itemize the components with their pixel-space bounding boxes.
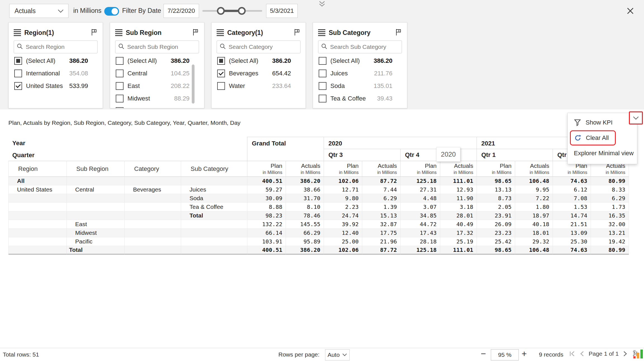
value-cell: 2.05: [477, 203, 515, 211]
checkbox-unchecked[interactable]: [116, 70, 124, 77]
checkbox-unchecked[interactable]: [14, 70, 22, 77]
checkbox-unchecked[interactable]: [319, 95, 326, 102]
menu-chevron-button[interactable]: [629, 111, 643, 125]
value-cell: 111.01: [440, 177, 477, 185]
filter-item-label: (Select All): [127, 57, 171, 64]
row-label-cell: [124, 229, 181, 237]
value-cell: 18.01: [515, 229, 553, 237]
filter-item[interactable]: Soda135.01: [313, 80, 407, 92]
value-cell: 14.74: [553, 211, 591, 220]
value-cell: 106.48: [515, 177, 553, 185]
checkbox-unchecked[interactable]: [116, 95, 124, 102]
row-label-cell: [8, 246, 67, 255]
value-cell: 132.22: [247, 220, 286, 229]
collapse-double-chevron-icon[interactable]: [318, 1, 326, 9]
checkbox-checked[interactable]: [14, 82, 22, 90]
filter-item[interactable]: International354.08: [9, 67, 103, 80]
checkbox-unchecked[interactable]: [116, 82, 124, 90]
value-cell: 25.19: [440, 237, 477, 246]
filter-card-header: Region(1): [9, 27, 103, 38]
rows-per-page-dropdown[interactable]: Auto: [325, 349, 350, 360]
flag-icon[interactable]: [91, 28, 98, 37]
filter-item[interactable]: (Select All)386.20: [110, 54, 204, 67]
menu-item-clear-all[interactable]: Clear All: [571, 131, 609, 145]
date-range-slider[interactable]: [202, 4, 262, 18]
row-label-cell: Tea & Coffee: [181, 203, 247, 211]
search-input[interactable]: [127, 43, 203, 51]
checkbox-unchecked[interactable]: [319, 70, 326, 77]
year-group-header: Grand Total: [247, 137, 324, 161]
previous-page-icon[interactable]: [579, 350, 585, 357]
filter-item[interactable]: (Select All)386.20: [212, 54, 306, 67]
date-end-input[interactable]: 5/3/2021: [266, 4, 298, 18]
chevron-down-icon: [58, 7, 64, 15]
zoom-out-button[interactable]: −: [481, 349, 486, 359]
value-cell: 106.48: [515, 246, 553, 255]
value-cell: 66.14: [247, 229, 286, 237]
checkbox-indeterminate[interactable]: [14, 57, 22, 65]
filter-item[interactable]: (Select All)386.20: [313, 54, 407, 67]
close-icon[interactable]: [626, 7, 634, 15]
drag-handle-icon[interactable]: [14, 29, 21, 36]
filter-by-date-toggle[interactable]: [104, 7, 119, 16]
filter-item[interactable]: East208.22: [110, 80, 204, 92]
mini-chart-icon[interactable]: [633, 349, 643, 360]
first-page-icon[interactable]: [569, 350, 576, 357]
filter-item-label: Soda: [330, 82, 374, 90]
flag-icon[interactable]: [294, 28, 300, 37]
filter-item[interactable]: Beverages654.42: [212, 67, 306, 80]
year-axis-label: Year: [8, 137, 247, 149]
measure-select-dropdown[interactable]: Actuals: [9, 4, 68, 18]
value-cell: 44.72: [400, 220, 440, 229]
filter-items-list: (Select All)386.20Beverages654.42Water23…: [212, 54, 306, 92]
filter-item-label: United States: [26, 82, 69, 90]
filter-item-value: 386.20: [171, 57, 190, 64]
value-cell: 386.20: [286, 177, 324, 185]
filter-item[interactable]: Tea & Coffee39.43: [313, 92, 407, 105]
search-input[interactable]: [25, 43, 102, 51]
filter-item[interactable]: Water233.64: [212, 80, 306, 92]
checkbox-unchecked[interactable]: [217, 82, 225, 90]
drag-handle-icon[interactable]: [115, 29, 122, 36]
zoom-level-input[interactable]: 95 %: [491, 349, 519, 360]
date-start-input[interactable]: 7/22/2020: [164, 4, 199, 18]
drag-handle-icon[interactable]: [217, 29, 224, 36]
value-cell: 66.29: [286, 229, 324, 237]
checkbox-checked[interactable]: [217, 70, 225, 77]
filter-item[interactable]: Juices211.76: [313, 67, 407, 80]
filter-item-value: 233.64: [272, 82, 291, 90]
measure-header: Planin Millions: [324, 161, 362, 177]
filter-item[interactable]: (Select All)386.20: [9, 54, 103, 67]
filter-item-label: Tea & Coffee: [330, 95, 377, 102]
scrollbar-thumb[interactable]: [192, 64, 195, 104]
filter-item[interactable]: Pacific133.24: [110, 105, 204, 108]
checkbox-unchecked[interactable]: [116, 57, 124, 65]
menu-item-show-kpi[interactable]: Show KPI: [568, 115, 637, 130]
filter-item-value: 104.25: [171, 70, 190, 77]
search-input[interactable]: [330, 43, 406, 51]
value-cell: 6.29: [362, 194, 400, 203]
search-input[interactable]: [228, 43, 305, 51]
flag-icon[interactable]: [395, 28, 402, 37]
row-label-cell: [181, 177, 247, 185]
checkbox-indeterminate[interactable]: [217, 57, 225, 65]
checkbox-unchecked[interactable]: [319, 57, 326, 65]
checkbox-unchecked[interactable]: [116, 107, 124, 109]
slider-handle-end[interactable]: [238, 7, 246, 15]
filter-item[interactable]: United States533.99: [9, 80, 103, 92]
menu-item-explorer-minimal-view[interactable]: Explorer Minimal view: [568, 146, 637, 161]
checkbox-unchecked[interactable]: [319, 82, 326, 90]
filter-item[interactable]: Central104.25: [110, 67, 204, 80]
value-cell: 15.13: [362, 211, 400, 220]
filter-item[interactable]: Midwest88.29: [110, 92, 204, 105]
value-cell: 98.23: [247, 211, 286, 220]
flag-icon[interactable]: [192, 28, 199, 37]
drag-handle-icon[interactable]: [318, 29, 325, 36]
slider-handle-start[interactable]: [217, 7, 225, 15]
value-cell: 8.10: [286, 203, 324, 211]
zoom-in-button[interactable]: +: [522, 349, 527, 359]
row-label-cell: Midwest: [67, 229, 124, 237]
next-page-icon[interactable]: [622, 350, 628, 357]
row-label-cell: [67, 177, 124, 185]
value-cell: 24.74: [324, 211, 362, 220]
